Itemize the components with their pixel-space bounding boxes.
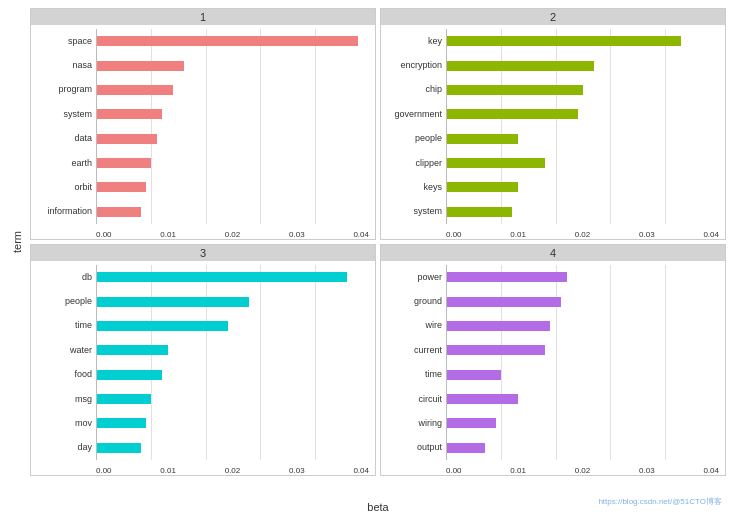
y-label: keys — [385, 183, 442, 192]
x-axis-2: 0.000.010.020.030.04 — [381, 228, 725, 239]
grid-line — [206, 29, 207, 224]
bar-row — [97, 271, 369, 283]
x-tick: 0.04 — [353, 466, 369, 475]
y-axis-title: term — [6, 8, 28, 476]
bar — [97, 418, 146, 428]
grid-line — [260, 265, 261, 460]
x-tick: 0.03 — [289, 230, 305, 239]
bar — [97, 36, 358, 46]
bars-area-3 — [96, 265, 369, 460]
bar — [97, 297, 249, 307]
bar — [447, 394, 518, 404]
y-label: nasa — [35, 61, 92, 70]
bar-row — [447, 157, 719, 169]
grid-line — [665, 265, 666, 460]
x-tick: 0.00 — [96, 230, 112, 239]
bar-row — [97, 60, 369, 72]
bar — [447, 36, 681, 46]
y-label: water — [35, 346, 92, 355]
grid-line — [260, 29, 261, 224]
x-tick: 0.01 — [160, 466, 176, 475]
x-tick: 0.01 — [510, 466, 526, 475]
bar — [447, 418, 496, 428]
bars-area-2 — [446, 29, 719, 224]
x-tick: 0.02 — [225, 230, 241, 239]
y-label: food — [35, 370, 92, 379]
bar-row — [97, 417, 369, 429]
main-area: 1spacenasaprogramsystemdataearthorbitinf… — [30, 8, 726, 476]
x-axis-1: 0.000.010.020.030.04 — [31, 228, 375, 239]
y-label: wire — [385, 321, 442, 330]
y-label: space — [35, 37, 92, 46]
bar — [447, 207, 512, 217]
bar-row — [97, 35, 369, 47]
panel-1: 1spacenasaprogramsystemdataearthorbitinf… — [30, 8, 376, 240]
grid-line — [610, 29, 611, 224]
bar-row — [97, 320, 369, 332]
x-tick: 0.02 — [575, 230, 591, 239]
panel-3: 3dbpeopletimewaterfoodmsgmovday0.000.010… — [30, 244, 376, 476]
grid-line — [665, 29, 666, 224]
bar — [97, 85, 173, 95]
bar-row — [447, 417, 719, 429]
grid-line — [206, 265, 207, 460]
chart-wrapper: term 1spacenasaprogramsystemdataearthorb… — [0, 0, 734, 521]
bar-row — [97, 133, 369, 145]
bar-row — [447, 344, 719, 356]
bar — [447, 370, 501, 380]
bar — [97, 109, 162, 119]
y-label: earth — [35, 159, 92, 168]
bar — [97, 394, 151, 404]
x-tick: 0.01 — [160, 230, 176, 239]
y-label: db — [35, 273, 92, 282]
bar-row — [97, 84, 369, 96]
panel-content-4: powergroundwirecurrenttimecircuitwiringo… — [381, 261, 725, 464]
bar — [97, 134, 157, 144]
x-tick: 0.03 — [639, 230, 655, 239]
bar-row — [97, 181, 369, 193]
y-label: output — [385, 443, 442, 452]
x-tick: 0.00 — [446, 466, 462, 475]
y-label: wiring — [385, 419, 442, 428]
y-label: encryption — [385, 61, 442, 70]
y-label: time — [385, 370, 442, 379]
bar — [97, 182, 146, 192]
bar-row — [97, 393, 369, 405]
x-axis-4: 0.000.010.020.030.04 — [381, 464, 725, 475]
bar — [447, 345, 545, 355]
bar-row — [447, 108, 719, 120]
bar — [447, 297, 561, 307]
bar — [97, 321, 228, 331]
bar-row — [447, 35, 719, 47]
grid-line — [315, 29, 316, 224]
bar-row — [447, 84, 719, 96]
bar — [97, 158, 151, 168]
grid-line — [151, 265, 152, 460]
bar-row — [97, 108, 369, 120]
panel-4: 4powergroundwirecurrenttimecircuitwiring… — [380, 244, 726, 476]
bar — [447, 134, 518, 144]
panel-title-4: 4 — [381, 245, 725, 261]
y-label: data — [35, 134, 92, 143]
y-label: system — [35, 110, 92, 119]
grid-line — [501, 29, 502, 224]
grid-line — [556, 29, 557, 224]
bar-row — [447, 206, 719, 218]
y-label: information — [35, 207, 92, 216]
bar — [447, 61, 594, 71]
y-label: key — [385, 37, 442, 46]
panel-title-3: 3 — [31, 245, 375, 261]
y-label: day — [35, 443, 92, 452]
y-label: circuit — [385, 395, 442, 404]
bar — [447, 85, 583, 95]
bar-row — [97, 296, 369, 308]
bar — [97, 370, 162, 380]
bar — [97, 345, 168, 355]
x-tick: 0.02 — [225, 466, 241, 475]
x-tick: 0.02 — [575, 466, 591, 475]
bar-row — [97, 157, 369, 169]
bar-row — [97, 206, 369, 218]
bars-area-1 — [96, 29, 369, 224]
panel-title-2: 2 — [381, 9, 725, 25]
panel-content-1: spacenasaprogramsystemdataearthorbitinfo… — [31, 25, 375, 228]
